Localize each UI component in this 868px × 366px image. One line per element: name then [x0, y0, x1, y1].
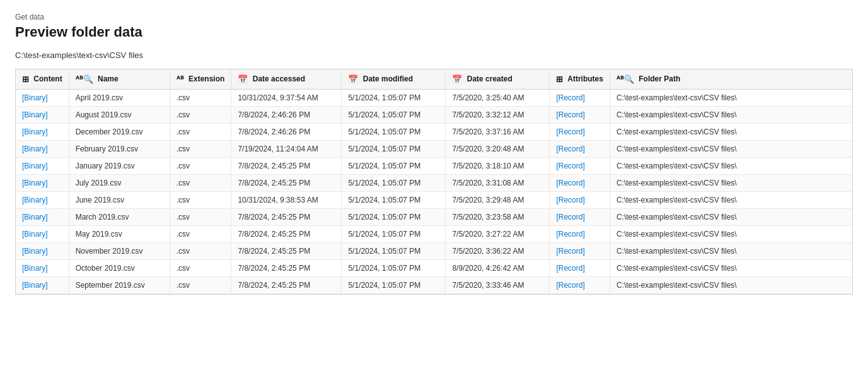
table-cell-4: 5/1/2024, 1:05:07 PM: [342, 175, 446, 192]
table-row: [Binary]April 2019.csv.csv10/31/2024, 9:…: [16, 90, 852, 107]
table-cell-1: January 2019.csv: [69, 158, 170, 175]
table-cell-5: 7/5/2020, 3:27:22 AM: [446, 226, 550, 243]
binary-link[interactable]: [Binary]: [22, 213, 48, 221]
binary-icon: ⊞: [22, 74, 29, 84]
table-cell-7: C:\test-examples\text-csv\CSV files\: [610, 277, 852, 294]
table-cell-1: April 2019.csv: [69, 90, 170, 107]
record-link[interactable]: [Record]: [556, 145, 584, 153]
record-link[interactable]: [Record]: [556, 281, 584, 290]
table-cell-7: C:\test-examples\text-csv\CSV files\: [610, 209, 852, 226]
table-cell-6[interactable]: [Record]: [550, 277, 610, 294]
table-row: [Binary]February 2019.csv.csv7/19/2024, …: [16, 141, 852, 158]
record-link[interactable]: [Record]: [556, 213, 584, 221]
table-cell-6[interactable]: [Record]: [550, 158, 610, 175]
table-cell-6[interactable]: [Record]: [550, 124, 610, 141]
table-cell-4: 5/1/2024, 1:05:07 PM: [342, 260, 446, 277]
binary-link[interactable]: [Binary]: [22, 93, 48, 102]
page-title: Preview folder data: [15, 24, 853, 40]
record-link[interactable]: [Record]: [556, 162, 584, 170]
table-cell-0[interactable]: [Binary]: [16, 226, 69, 243]
table-cell-7: C:\test-examples\text-csv\CSV files\: [610, 124, 852, 141]
table-cell-6[interactable]: [Record]: [550, 260, 610, 277]
record-link[interactable]: [Record]: [556, 110, 584, 119]
table-row: [Binary]July 2019.csv.csv7/8/2024, 2:45:…: [16, 175, 852, 192]
binary-link[interactable]: [Binary]: [22, 247, 48, 256]
table-cell-2: .csv: [170, 243, 231, 260]
calendar-icon-modified: 📅: [348, 74, 358, 84]
binary-link[interactable]: [Binary]: [22, 145, 48, 153]
table-cell-2: .csv: [170, 209, 231, 226]
col-header-date-accessed[interactable]: 📅 Date accessed: [231, 69, 342, 90]
record-link[interactable]: [Record]: [556, 196, 584, 204]
table-cell-2: .csv: [170, 141, 231, 158]
table-cell-5: 7/5/2020, 3:31:08 AM: [446, 175, 550, 192]
table-cell-0[interactable]: [Binary]: [16, 175, 69, 192]
table-cell-0[interactable]: [Binary]: [16, 260, 69, 277]
table-cell-0[interactable]: [Binary]: [16, 209, 69, 226]
table-cell-3: 7/8/2024, 2:45:25 PM: [231, 260, 342, 277]
table-cell-1: February 2019.csv: [69, 141, 170, 158]
binary-link[interactable]: [Binary]: [22, 110, 48, 119]
grid-icon-attr: ⊞: [556, 74, 563, 84]
table-cell-7: C:\test-examples\text-csv\CSV files\: [610, 243, 852, 260]
table-cell-6[interactable]: [Record]: [550, 107, 610, 124]
table-cell-5: 7/5/2020, 3:29:48 AM: [446, 192, 550, 209]
table-cell-1: July 2019.csv: [69, 175, 170, 192]
table-cell-0[interactable]: [Binary]: [16, 107, 69, 124]
table-cell-0[interactable]: [Binary]: [16, 124, 69, 141]
table-cell-2: .csv: [170, 277, 231, 294]
table-cell-2: .csv: [170, 260, 231, 277]
table-cell-0[interactable]: [Binary]: [16, 158, 69, 175]
table-cell-6[interactable]: [Record]: [550, 226, 610, 243]
table-cell-4: 5/1/2024, 1:05:07 PM: [342, 192, 446, 209]
table-cell-4: 5/1/2024, 1:05:07 PM: [342, 277, 446, 294]
record-link[interactable]: [Record]: [556, 93, 584, 102]
record-link[interactable]: [Record]: [556, 264, 584, 273]
table-cell-3: 7/8/2024, 2:45:25 PM: [231, 226, 342, 243]
table-cell-4: 5/1/2024, 1:05:07 PM: [342, 90, 446, 107]
table-cell-6[interactable]: [Record]: [550, 243, 610, 260]
binary-link[interactable]: [Binary]: [22, 196, 48, 204]
table-cell-3: 10/31/2024, 9:38:53 AM: [231, 192, 342, 209]
table-row: [Binary]November 2019.csv.csv7/8/2024, 2…: [16, 243, 852, 260]
binary-link[interactable]: [Binary]: [22, 281, 48, 290]
col-header-content[interactable]: ⊞ Content: [16, 69, 69, 90]
table-cell-5: 7/5/2020, 3:18:10 AM: [446, 158, 550, 175]
text-search-icon-path: ᴬᴮ🔍: [616, 74, 634, 84]
table-cell-4: 5/1/2024, 1:05:07 PM: [342, 141, 446, 158]
table-cell-0[interactable]: [Binary]: [16, 141, 69, 158]
binary-link[interactable]: [Binary]: [22, 230, 48, 239]
binary-link[interactable]: [Binary]: [22, 179, 48, 187]
table-cell-6[interactable]: [Record]: [550, 90, 610, 107]
binary-link[interactable]: [Binary]: [22, 127, 48, 136]
table-row: [Binary]October 2019.csv.csv7/8/2024, 2:…: [16, 260, 852, 277]
table-cell-7: C:\test-examples\text-csv\CSV files\: [610, 260, 852, 277]
record-link[interactable]: [Record]: [556, 127, 584, 136]
col-header-date-created[interactable]: 📅 Date created: [446, 69, 550, 90]
table-cell-0[interactable]: [Binary]: [16, 192, 69, 209]
col-header-folder-path[interactable]: ᴬᴮ🔍 Folder Path: [610, 69, 852, 90]
col-header-date-modified[interactable]: 📅 Date modified: [342, 69, 446, 90]
table-cell-6[interactable]: [Record]: [550, 141, 610, 158]
table-cell-6[interactable]: [Record]: [550, 192, 610, 209]
col-header-attributes[interactable]: ⊞ Attributes: [550, 69, 610, 90]
table-cell-0[interactable]: [Binary]: [16, 90, 69, 107]
col-header-extension[interactable]: ᴬᴮ Extension: [170, 69, 231, 90]
table-cell-5: 7/5/2020, 3:33:46 AM: [446, 277, 550, 294]
record-link[interactable]: [Record]: [556, 247, 584, 256]
preview-table: ⊞ Content ᴬᴮ🔍 Name ᴬᴮ Extension 📅 Date a…: [16, 69, 852, 294]
table-cell-6[interactable]: [Record]: [550, 175, 610, 192]
table-cell-3: 7/8/2024, 2:45:25 PM: [231, 243, 342, 260]
table-cell-3: 10/31/2024, 9:37:54 AM: [231, 90, 342, 107]
table-cell-0[interactable]: [Binary]: [16, 277, 69, 294]
table-cell-6[interactable]: [Record]: [550, 209, 610, 226]
binary-link[interactable]: [Binary]: [22, 162, 48, 170]
table-cell-0[interactable]: [Binary]: [16, 243, 69, 260]
binary-link[interactable]: [Binary]: [22, 264, 48, 273]
table-cell-5: 7/5/2020, 3:32:12 AM: [446, 107, 550, 124]
table-cell-2: .csv: [170, 90, 231, 107]
table-cell-2: .csv: [170, 158, 231, 175]
col-header-name[interactable]: ᴬᴮ🔍 Name: [69, 69, 170, 90]
record-link[interactable]: [Record]: [556, 230, 584, 239]
record-link[interactable]: [Record]: [556, 179, 584, 187]
